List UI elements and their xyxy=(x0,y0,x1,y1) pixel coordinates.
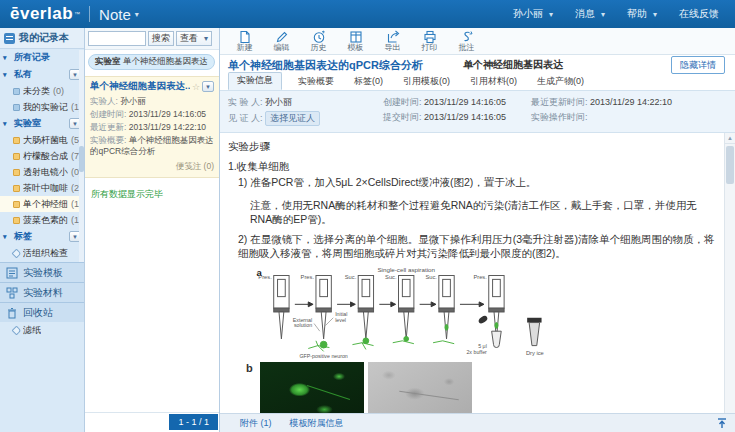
topbar: ēverlab ™ Note ▾ 孙小丽▾ 消息▾ 帮助▾ 在线反馈 xyxy=(0,0,735,28)
history-clock-icon xyxy=(312,30,326,44)
scroll-up-arrow[interactable]: ▲ xyxy=(725,133,735,144)
folder-icon xyxy=(13,88,20,95)
feedback-link[interactable]: 在线反馈 xyxy=(679,7,719,21)
tab-referenced-templates[interactable]: 引用模板(0) xyxy=(399,74,454,90)
view-button[interactable]: 查看▾ xyxy=(176,31,212,46)
info-submitted: 提交时间: 2013/11/29 14:16:05 xyxy=(383,111,531,126)
pagination[interactable]: 1 - 1 / 1 xyxy=(169,414,218,430)
svg-text:2x buffer: 2x buffer xyxy=(466,349,487,355)
card-header: 单个神经细胞基因表达... ☆ ▼ xyxy=(90,80,214,93)
single-cell-aspiration-diagram: a Single-cell aspiration Pres. xyxy=(246,264,576,360)
back-to-top-icon[interactable] xyxy=(716,417,728,429)
tab-tags[interactable]: 标签(0) xyxy=(350,74,387,90)
chevron-down-icon: ▾ xyxy=(3,71,11,79)
print-button[interactable]: 打印 xyxy=(413,30,446,52)
attachments-link[interactable]: 附件 (1) xyxy=(240,417,272,430)
sidebar-item-lab-citrate[interactable]: 柠檬酸合成... (7) xyxy=(0,148,84,164)
sidebar-item-lab-spinach-pigment[interactable]: 菠菜色素的... (1) xyxy=(0,212,84,228)
notebooks-header: 我的记录本 xyxy=(0,28,84,49)
chevron-down-icon[interactable]: ▾ xyxy=(135,10,139,19)
main-toolbar: 新建 编辑 历史 模板 导出 打印 xyxy=(220,28,735,55)
history-button[interactable]: 历史 xyxy=(302,30,335,52)
tab-experiment-summary[interactable]: 实验概要 xyxy=(294,74,338,90)
sidebar-tag-filter-paper[interactable]: 滤纸 xyxy=(0,322,84,338)
new-button[interactable]: 新建 xyxy=(228,30,261,52)
search-bar: 搜索 查看▾ xyxy=(85,28,219,50)
sidebar-item-lab-tem[interactable]: 透射电镜小... (0) xyxy=(0,164,84,180)
experiment-title: 单个神经细胞基因表达的qPCR综合分析 xyxy=(228,58,423,73)
svg-text:level: level xyxy=(335,317,346,323)
content-scrollbar[interactable]: ▲ xyxy=(724,133,735,430)
chevron-down-icon: ▾ xyxy=(3,233,11,241)
user-menu[interactable]: 孙小丽▾ xyxy=(513,7,553,21)
sticky-note-link[interactable]: 便笺注 (0) xyxy=(90,161,214,173)
edit-button[interactable]: 编辑 xyxy=(265,30,298,52)
card-menu-button[interactable]: ▼ xyxy=(202,81,214,92)
detail-tabs: 实验信息 实验概要 标签(0) 引用模板(0) 引用材料(0) 生成产物(0) xyxy=(220,73,735,90)
export-button[interactable]: 导出 xyxy=(376,30,409,52)
filter-chip[interactable]: 实验室 单个神经细胞基因表达 xyxy=(88,54,215,70)
sidebar-item-my-experiments[interactable]: 我的实验记... (1) xyxy=(0,99,84,115)
nav-recycle-bin[interactable]: 回收站 xyxy=(0,302,84,322)
sidebar-item-uncategorized[interactable]: 未分类 (0) xyxy=(0,83,84,99)
nav-experiment-templates[interactable]: 实验模板 xyxy=(0,262,84,282)
scrollbar-thumb[interactable] xyxy=(79,146,84,172)
star-icon[interactable]: ☆ xyxy=(192,82,200,92)
export-icon xyxy=(386,30,400,44)
card-field-summary: 实验概要: 单个神经细胞基因表达的qPCR综合分析 xyxy=(90,135,214,156)
tab-referenced-materials[interactable]: 引用材料(0) xyxy=(466,74,521,90)
trash-icon xyxy=(6,307,18,319)
printer-icon xyxy=(423,30,437,44)
list-end-message: 所有数据显示完毕 xyxy=(85,178,219,211)
sidebar-section-tags[interactable]: ▾ 标签 ▼ xyxy=(0,228,84,245)
tag-icon xyxy=(12,325,22,335)
select-witness-button[interactable]: 选择见证人 xyxy=(265,111,320,126)
svg-text:Pres.: Pres. xyxy=(258,275,272,281)
hide-details-button[interactable]: 隐藏详情 xyxy=(671,56,725,74)
annotate-button[interactable]: 批注 xyxy=(450,30,483,52)
main-pane: 新建 编辑 历史 模板 导出 打印 xyxy=(220,28,735,432)
card-title[interactable]: 单个神经细胞基因表达... xyxy=(90,80,190,93)
info-updated: 最近更新时间: 2013/11/29 14:22:10 xyxy=(531,96,727,109)
template-button[interactable]: 模板 xyxy=(339,30,372,52)
section-title: 实验步骤 xyxy=(228,139,717,153)
tab-experiment-info[interactable]: 实验信息 xyxy=(228,72,282,90)
template-list-icon xyxy=(6,267,18,279)
materials-flask-icon xyxy=(6,287,18,299)
card-field-updated: 最近更新: 2013/11/29 14:22:10 xyxy=(90,122,214,133)
sidebar-item-lab-tea-caffeine[interactable]: 茶叶中咖啡... (2) xyxy=(0,180,84,196)
step-1: 1) 准备PCR管，加入5μL 2×CellsDirect缓冲液(图2)，置于冰… xyxy=(238,175,717,189)
search-input[interactable] xyxy=(88,31,146,46)
info-witness: 见 证 人: 选择见证人 xyxy=(228,111,383,126)
info-created: 创建时间: 2013/11/29 14:16:05 xyxy=(383,96,531,109)
sidebar-item-lab-ecoli[interactable]: 大肠杆菌电... (5) xyxy=(0,132,84,148)
pencil-icon xyxy=(275,30,289,44)
nav-experiment-materials[interactable]: 实验材料 xyxy=(0,282,84,302)
chevron-down-icon: ▾ xyxy=(3,54,11,62)
step-group-title: 1.收集单细胞 xyxy=(228,159,717,173)
template-info-link[interactable]: 模板附属信息 xyxy=(290,417,344,430)
scrollbar-thumb[interactable] xyxy=(726,146,734,184)
sidebar-scrollbar[interactable] xyxy=(79,50,84,290)
sidebar-section-private[interactable]: ▾ 私有 ▼ xyxy=(0,66,84,83)
product-name: Note xyxy=(99,6,131,23)
sidebar-tag-biopsy[interactable]: 活组织检查 xyxy=(0,245,84,261)
experiment-card[interactable]: 单个神经细胞基因表达... ☆ ▼ 实验人: 孙小丽 创建时间: 2013/11… xyxy=(85,76,219,178)
search-button[interactable]: 搜索 xyxy=(148,31,174,46)
tab-products[interactable]: 生成产物(0) xyxy=(533,74,588,90)
svg-text:Suc.: Suc. xyxy=(385,275,397,281)
experiment-list-pane: 搜索 查看▾ 实验室 单个神经细胞基因表达 单个神经细胞基因表达... ☆ ▼ … xyxy=(85,28,220,432)
notebook-color-icon xyxy=(13,201,20,208)
chevron-down-icon: ▾ xyxy=(204,34,208,43)
svg-text:Pres.: Pres. xyxy=(301,275,315,281)
experiment-content: 实验步骤 1.收集单细胞 1) 准备PCR管，加入5μL 2×CellsDire… xyxy=(220,133,735,430)
notebook-color-icon xyxy=(13,153,20,160)
sidebar-section-labs[interactable]: ▾ 实验室 ▼ xyxy=(0,115,84,132)
experiment-info-panel: 实 验 人: 孙小丽 创建时间: 2013/11/29 14:16:05 最近更… xyxy=(220,90,735,133)
sidebar-item-lab-single-neuron[interactable]: 单个神经细... (1) xyxy=(0,196,84,212)
help-menu[interactable]: 帮助▾ xyxy=(627,7,657,21)
messages-menu[interactable]: 消息▾ xyxy=(575,7,605,21)
logo-divider xyxy=(89,6,90,22)
sidebar-item-all-records[interactable]: ▾ 所有记录 xyxy=(0,49,84,66)
svg-text:Pres.: Pres. xyxy=(473,275,487,281)
